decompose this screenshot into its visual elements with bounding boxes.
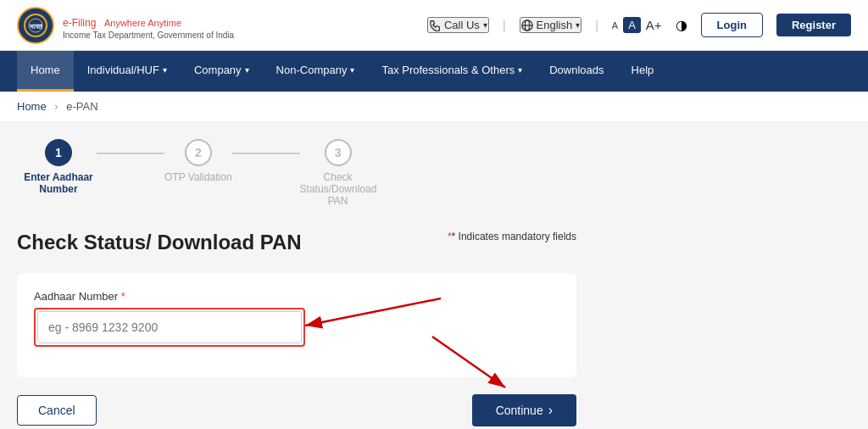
aadhaar-form-group: Aadhaar Number * [34, 290, 305, 347]
step-connector-1 [97, 153, 164, 154]
mandatory-note-text: * Indicates mandatory fields [452, 231, 576, 242]
form-card: Aadhaar Number * [17, 273, 576, 377]
nav-company-label: Company [194, 64, 242, 76]
nav-individual-label: Individual/HUF [87, 64, 159, 76]
breadcrumb-home-link[interactable]: Home [17, 100, 47, 113]
language-button[interactable]: English ▾ [520, 17, 582, 33]
language-chevron: ▾ [576, 20, 580, 30]
stepper: 1 Enter Aadhaar Number 2 OTP Validation … [20, 139, 851, 207]
call-us-button[interactable]: Call Us ▾ [427, 17, 489, 33]
step-3-number: 3 [335, 146, 342, 159]
site-header: भारत e-Filing Anywhere Anytime Income Ta… [0, 0, 868, 51]
aadhaar-label-text: Aadhaar Number [34, 290, 118, 303]
globe-icon [521, 20, 533, 31]
nav-help[interactable]: Help [618, 51, 668, 92]
mandatory-note: ** Indicates mandatory fields [448, 231, 576, 242]
nav-non-company-chevron: ▾ [350, 65, 354, 75]
main-navbar: Home Individual/HUF ▾ Company ▾ Non-Comp… [0, 51, 868, 92]
step-3-label: Check Status/Download PAN [300, 171, 376, 207]
step-1-label: Enter Aadhaar Number [20, 171, 97, 195]
nav-tax-professionals-chevron: ▾ [518, 65, 522, 75]
nav-downloads-label: Downloads [549, 64, 604, 76]
nav-downloads[interactable]: Downloads [536, 51, 617, 92]
nav-tax-professionals[interactable]: Tax Professionals & Others ▾ [368, 51, 536, 92]
nav-company[interactable]: Company ▾ [181, 51, 263, 92]
step-3-circle: 3 [325, 139, 352, 166]
login-button[interactable]: Login [701, 13, 763, 37]
nav-home-label: Home [31, 64, 60, 76]
aadhaar-input[interactable] [37, 311, 302, 343]
breadcrumb-current: e-PAN [66, 100, 97, 113]
nav-tax-professionals-label: Tax Professionals & Others [381, 64, 515, 76]
cancel-button[interactable]: Cancel [17, 395, 97, 426]
nav-help-label: Help [632, 64, 654, 76]
nav-non-company-label: Non-Company [276, 64, 348, 76]
phone-icon [429, 20, 441, 31]
call-us-chevron: ▾ [483, 20, 487, 30]
svg-text:भारत: भारत [30, 23, 42, 31]
required-marker: * [121, 290, 125, 303]
font-decrease-button[interactable]: A [612, 20, 618, 31]
logo-tagline: Anywhere Anytime [104, 18, 181, 28]
continue-arrow-icon: › [548, 403, 553, 418]
form-actions: Cancel Continue › [17, 394, 576, 426]
step-connector-2 [232, 153, 300, 154]
nav-home[interactable]: Home [17, 51, 74, 92]
divider-2: | [595, 19, 598, 32]
step-2-label: OTP Validation [164, 171, 232, 183]
breadcrumb: Home › e-PAN [0, 92, 868, 122]
logo-efiling-text: e-Filing Anywhere Anytime [63, 11, 234, 31]
call-us-label: Call Us [444, 19, 480, 31]
aadhaar-field-wrapper [34, 308, 305, 347]
step-2: 2 OTP Validation [164, 139, 232, 183]
nav-company-chevron: ▾ [245, 65, 249, 75]
nav-non-company[interactable]: Non-Company ▾ [263, 51, 369, 92]
continue-button[interactable]: Continue › [472, 394, 576, 426]
logo-subtitle: Income Tax Department, Government of Ind… [63, 31, 234, 40]
nav-individual[interactable]: Individual/HUF ▾ [74, 51, 181, 92]
step-3: 3 Check Status/Download PAN [300, 139, 376, 207]
breadcrumb-separator: › [54, 100, 58, 113]
register-button[interactable]: Register [776, 14, 851, 36]
step-2-number: 2 [195, 146, 202, 159]
contrast-button[interactable]: ◑ [676, 17, 687, 33]
main-content: 1 Enter Aadhaar Number 2 OTP Validation … [0, 122, 868, 429]
header-actions: Call Us ▾ | English ▾ | A A A+ ◑ Login R… [427, 13, 851, 37]
step-1-circle: 1 [45, 139, 72, 166]
aadhaar-label: Aadhaar Number * [34, 290, 305, 303]
form-title: Check Status/ Download PAN [17, 231, 302, 254]
divider-1: | [503, 19, 506, 32]
logo-emblem: भारत [17, 7, 54, 44]
logo-area: भारत e-Filing Anywhere Anytime Income Ta… [17, 7, 234, 44]
step-1: 1 Enter Aadhaar Number [20, 139, 97, 195]
continue-label: Continue [496, 404, 543, 417]
font-increase-button[interactable]: A+ [646, 18, 662, 32]
efiling-brand: e-Filing [63, 17, 96, 29]
font-controls: A A A+ [612, 17, 662, 33]
form-section: Aadhaar Number * [17, 273, 576, 377]
nav-individual-chevron: ▾ [163, 65, 167, 75]
step-2-circle: 2 [185, 139, 212, 166]
logo-text: e-Filing Anywhere Anytime Income Tax Dep… [63, 11, 234, 40]
font-normal-button[interactable]: A [623, 17, 641, 33]
language-label: English [537, 19, 573, 31]
step-1-number: 1 [55, 146, 62, 159]
